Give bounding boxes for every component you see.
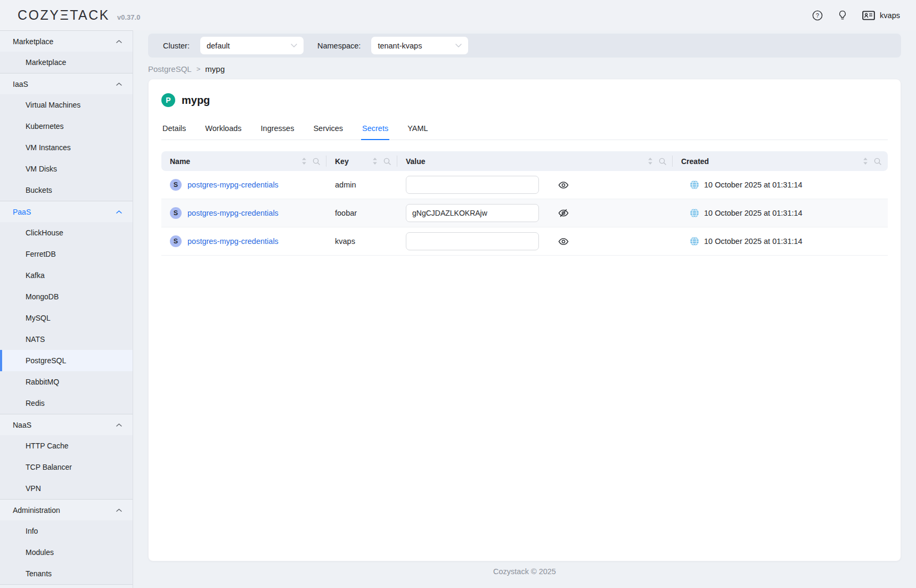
sidebar-item-label: MySQL <box>26 314 51 322</box>
created-timestamp: 10 October 2025 at 01:31:14 <box>704 181 803 189</box>
bulb-icon[interactable] <box>838 10 847 20</box>
tab-workloads[interactable]: Workloads <box>204 118 242 140</box>
tab-secrets[interactable]: Secrets <box>361 118 389 140</box>
sort-icon[interactable] <box>648 157 653 165</box>
secrets-table: Name Key Value <box>161 151 888 256</box>
column-header-key: Key <box>326 151 397 171</box>
user-menu[interactable]: kvaps <box>862 10 900 21</box>
chevron-up-icon <box>116 423 122 427</box>
sidebar-item-label: Redis <box>26 399 45 407</box>
sidebar-item-clickhouse[interactable]: ClickHouse <box>0 222 133 243</box>
globe-icon <box>690 236 699 246</box>
search-icon[interactable] <box>659 158 666 165</box>
sidebar-section-naas[interactable]: NaaS <box>0 414 133 435</box>
sidebar-item-virtual-machines[interactable]: Virtual Machines <box>0 94 133 116</box>
main-content: Cluster: default Namespace: tenant-kvaps… <box>133 30 916 588</box>
chevron-up-icon <box>116 210 122 214</box>
chevron-up-icon <box>116 83 122 86</box>
sidebar-section-paas[interactable]: PaaS <box>0 201 133 222</box>
search-icon[interactable] <box>874 158 881 165</box>
namespace-select[interactable]: tenant-kvaps <box>371 37 468 54</box>
eye-icon[interactable] <box>558 181 569 189</box>
sidebar-item-label: Tenants <box>26 569 52 578</box>
eye-slash-icon[interactable] <box>558 209 569 217</box>
tab-ingresses[interactable]: Ingresses <box>260 118 296 140</box>
column-header-value: Value <box>397 151 673 171</box>
tab-services[interactable]: Services <box>312 118 344 140</box>
secret-key-cell: foobar <box>326 209 397 217</box>
sidebar-item-ferretdb[interactable]: FerretDB <box>0 243 133 265</box>
sidebar-item-modules[interactable]: Modules <box>0 542 133 563</box>
globe-icon <box>690 208 699 218</box>
search-icon[interactable] <box>313 158 320 165</box>
secret-link[interactable]: postgres-mypg-credentials <box>187 181 279 189</box>
column-tools <box>372 157 391 165</box>
sidebar-item-mysql[interactable]: MySQL <box>0 307 133 329</box>
lightbulb-icon <box>838 10 847 20</box>
resource-avatar: P <box>161 93 175 107</box>
sidebar-item-rabbitmq[interactable]: RabbitMQ <box>0 371 133 393</box>
table-row: S postgres-mypg-credentials admin <box>161 171 888 199</box>
globe-icon <box>690 180 699 190</box>
breadcrumb-separator: > <box>197 65 201 73</box>
cluster-select[interactable]: default <box>200 37 304 54</box>
secret-link[interactable]: postgres-mypg-credentials <box>187 209 279 217</box>
table-row: S postgres-mypg-credentials kvaps <box>161 227 888 256</box>
sidebar-item-tenants[interactable]: Tenants <box>0 563 133 584</box>
secret-key-cell: admin <box>326 181 397 189</box>
created-timestamp: 10 October 2025 at 01:31:14 <box>704 209 803 217</box>
sidebar-item-label: VM Disks <box>26 165 57 173</box>
sidebar-item-kafka[interactable]: Kafka <box>0 265 133 286</box>
secret-value-input[interactable] <box>406 176 539 194</box>
secret-created-cell: 10 October 2025 at 01:31:14 <box>673 180 888 190</box>
sidebar-item-tcp-balancer[interactable]: TCP Balancer <box>0 456 133 478</box>
sidebar-item-marketplace[interactable]: Marketplace <box>0 52 133 73</box>
secret-value-input[interactable] <box>406 204 539 222</box>
sidebar-item-vpn[interactable]: VPN <box>0 478 133 499</box>
sidebar-item-label: Virtual Machines <box>26 101 80 109</box>
tab-details[interactable]: Details <box>161 118 187 140</box>
tab-bar: Details Workloads Ingresses Services Sec… <box>161 118 888 140</box>
tab-yaml[interactable]: YAML <box>406 118 429 140</box>
sidebar-item-redis[interactable]: Redis <box>0 393 133 414</box>
page-title: mypg <box>182 94 210 107</box>
secret-badge-letter: S <box>174 209 178 217</box>
app-logo: COZYΞTACK <box>18 7 110 23</box>
column-header-label: Value <box>406 157 426 166</box>
breadcrumb: PostgreSQL > mypg <box>148 64 901 74</box>
sidebar-item-label: Marketplace <box>26 58 66 67</box>
sidebar-section-administration[interactable]: Administration <box>0 499 133 520</box>
sidebar-item-buckets[interactable]: Buckets <box>0 179 133 201</box>
secret-link[interactable]: postgres-mypg-credentials <box>187 237 279 246</box>
sidebar-item-postgresql[interactable]: PostgreSQL <box>0 350 133 371</box>
sidebar-item-vm-disks[interactable]: VM Disks <box>0 158 133 179</box>
breadcrumb-postgresql-link[interactable]: PostgreSQL <box>148 64 192 74</box>
secret-value-cell <box>397 204 673 222</box>
sidebar-item-info[interactable]: Info <box>0 520 133 542</box>
chevron-up-icon <box>116 509 122 512</box>
sidebar-item-http-cache[interactable]: HTTP Cache <box>0 435 133 456</box>
sort-icon[interactable] <box>372 157 378 165</box>
namespace-select-value: tenant-kvaps <box>378 42 422 50</box>
sidebar-section-iaas[interactable]: IaaS <box>0 73 133 94</box>
sidebar-section-label: NaaS <box>13 421 31 429</box>
secret-badge: S <box>170 207 182 219</box>
sidebar-item-vm-instances[interactable]: VM Instances <box>0 137 133 158</box>
eye-icon[interactable] <box>558 238 569 246</box>
sort-icon[interactable] <box>301 157 307 165</box>
secret-value-input[interactable] <box>406 232 539 250</box>
sidebar-section-marketplace[interactable]: Marketplace <box>0 30 133 52</box>
sidebar-item-label: Info <box>26 527 38 535</box>
resource-title-row: P mypg <box>161 93 888 107</box>
sidebar-item-nats[interactable]: NATS <box>0 329 133 350</box>
sidebar-item-label: VPN <box>26 484 41 493</box>
secret-badge-letter: S <box>174 181 178 189</box>
sidebar-item-label: HTTP Cache <box>26 442 69 450</box>
help-icon[interactable]: ? <box>812 10 823 21</box>
sort-icon[interactable] <box>863 157 868 165</box>
sidebar-item-mongodb[interactable]: MongoDB <box>0 286 133 307</box>
secret-badge-letter: S <box>174 238 178 245</box>
search-icon[interactable] <box>383 158 391 165</box>
sidebar-item-kubernetes[interactable]: Kubernetes <box>0 116 133 137</box>
sidebar-item-label: Modules <box>26 548 54 557</box>
